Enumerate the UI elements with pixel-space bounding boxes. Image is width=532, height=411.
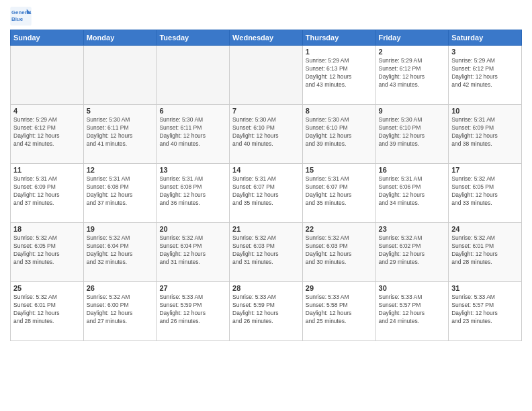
calendar: SundayMondayTuesdayWednesdayThursdayFrid… <box>10 30 522 341</box>
day-info: Sunrise: 5:30 AM Sunset: 6:10 PM Dayligh… <box>232 116 300 148</box>
day-info: Sunrise: 5:29 AM Sunset: 6:12 PM Dayligh… <box>13 116 81 148</box>
calendar-body: 1Sunrise: 5:29 AM Sunset: 6:13 PM Daylig… <box>11 46 522 341</box>
weekday-header-monday: Monday <box>83 30 157 46</box>
day-info: Sunrise: 5:29 AM Sunset: 6:12 PM Dayligh… <box>379 57 446 89</box>
day-info: Sunrise: 5:32 AM Sunset: 6:00 PM Dayligh… <box>87 293 154 326</box>
calendar-cell: 9Sunrise: 5:30 AM Sunset: 6:10 PM Daylig… <box>375 105 449 164</box>
calendar-cell: 5Sunrise: 5:30 AM Sunset: 6:11 PM Daylig… <box>83 105 157 164</box>
weekday-row: SundayMondayTuesdayWednesdayThursdayFrid… <box>11 30 522 46</box>
day-number: 31 <box>451 284 519 292</box>
day-info: Sunrise: 5:32 AM Sunset: 6:01 PM Dayligh… <box>451 234 519 267</box>
calendar-cell: 17Sunrise: 5:32 AM Sunset: 6:05 PM Dayli… <box>449 164 522 223</box>
day-info: Sunrise: 5:31 AM Sunset: 6:07 PM Dayligh… <box>306 175 373 208</box>
day-number: 15 <box>306 166 373 174</box>
day-info: Sunrise: 5:31 AM Sunset: 6:07 PM Dayligh… <box>232 175 300 208</box>
day-number: 4 <box>13 107 81 115</box>
week-row-2: 4Sunrise: 5:29 AM Sunset: 6:12 PM Daylig… <box>11 105 522 164</box>
calendar-cell: 1Sunrise: 5:29 AM Sunset: 6:13 PM Daylig… <box>302 46 375 105</box>
day-info: Sunrise: 5:29 AM Sunset: 6:12 PM Dayligh… <box>451 57 519 89</box>
calendar-cell <box>83 46 157 105</box>
day-info: Sunrise: 5:30 AM Sunset: 6:11 PM Dayligh… <box>159 116 226 148</box>
weekday-header-saturday: Saturday <box>449 30 522 46</box>
logo-icon: General Blue <box>10 7 32 26</box>
day-info: Sunrise: 5:32 AM Sunset: 6:03 PM Dayligh… <box>306 234 373 267</box>
day-info: Sunrise: 5:33 AM Sunset: 5:58 PM Dayligh… <box>306 293 373 326</box>
day-number: 23 <box>379 225 446 233</box>
day-number: 27 <box>159 284 226 292</box>
day-number: 1 <box>306 48 373 56</box>
calendar-cell: 20Sunrise: 5:32 AM Sunset: 6:04 PM Dayli… <box>157 223 230 282</box>
day-number: 28 <box>232 284 300 292</box>
calendar-cell: 8Sunrise: 5:30 AM Sunset: 6:10 PM Daylig… <box>302 105 375 164</box>
calendar-cell: 18Sunrise: 5:32 AM Sunset: 6:05 PM Dayli… <box>11 223 84 282</box>
day-info: Sunrise: 5:29 AM Sunset: 6:13 PM Dayligh… <box>306 57 373 89</box>
week-row-4: 18Sunrise: 5:32 AM Sunset: 6:05 PM Dayli… <box>11 223 522 282</box>
day-number: 22 <box>306 225 373 233</box>
day-number: 5 <box>87 107 154 115</box>
calendar-cell: 12Sunrise: 5:31 AM Sunset: 6:08 PM Dayli… <box>83 164 157 223</box>
day-number: 14 <box>232 166 300 174</box>
weekday-header-thursday: Thursday <box>302 30 375 46</box>
day-number: 7 <box>232 107 300 115</box>
header: General Blue <box>10 7 522 26</box>
weekday-header-friday: Friday <box>375 30 449 46</box>
calendar-cell: 30Sunrise: 5:33 AM Sunset: 5:57 PM Dayli… <box>375 282 449 341</box>
calendar-cell: 16Sunrise: 5:31 AM Sunset: 6:06 PM Dayli… <box>375 164 449 223</box>
day-info: Sunrise: 5:31 AM Sunset: 6:06 PM Dayligh… <box>379 175 446 208</box>
calendar-cell: 29Sunrise: 5:33 AM Sunset: 5:58 PM Dayli… <box>302 282 375 341</box>
weekday-header-sunday: Sunday <box>11 30 84 46</box>
calendar-cell: 2Sunrise: 5:29 AM Sunset: 6:12 PM Daylig… <box>375 46 449 105</box>
week-row-5: 25Sunrise: 5:32 AM Sunset: 6:01 PM Dayli… <box>11 282 522 341</box>
day-info: Sunrise: 5:33 AM Sunset: 5:59 PM Dayligh… <box>232 293 300 326</box>
day-info: Sunrise: 5:33 AM Sunset: 5:57 PM Dayligh… <box>451 293 519 326</box>
day-info: Sunrise: 5:32 AM Sunset: 6:04 PM Dayligh… <box>159 234 226 267</box>
day-info: Sunrise: 5:32 AM Sunset: 6:03 PM Dayligh… <box>232 234 300 267</box>
calendar-cell: 4Sunrise: 5:29 AM Sunset: 6:12 PM Daylig… <box>11 105 84 164</box>
day-number: 24 <box>451 225 519 233</box>
calendar-cell: 15Sunrise: 5:31 AM Sunset: 6:07 PM Dayli… <box>302 164 375 223</box>
day-info: Sunrise: 5:32 AM Sunset: 6:05 PM Dayligh… <box>451 175 519 208</box>
day-number: 3 <box>451 48 519 56</box>
day-number: 17 <box>451 166 519 174</box>
calendar-cell <box>230 46 303 105</box>
calendar-cell <box>11 46 84 105</box>
calendar-cell: 6Sunrise: 5:30 AM Sunset: 6:11 PM Daylig… <box>157 105 230 164</box>
day-number: 26 <box>87 284 154 292</box>
calendar-cell: 13Sunrise: 5:31 AM Sunset: 6:08 PM Dayli… <box>157 164 230 223</box>
calendar-header: SundayMondayTuesdayWednesdayThursdayFrid… <box>11 30 522 46</box>
page: General Blue SundayMondayTuesdayWednesda… <box>0 0 532 348</box>
day-info: Sunrise: 5:32 AM Sunset: 6:04 PM Dayligh… <box>87 234 154 267</box>
logo: General Blue <box>10 7 32 26</box>
calendar-cell: 10Sunrise: 5:31 AM Sunset: 6:09 PM Dayli… <box>449 105 522 164</box>
day-number: 12 <box>87 166 154 174</box>
week-row-3: 11Sunrise: 5:31 AM Sunset: 6:09 PM Dayli… <box>11 164 522 223</box>
weekday-header-tuesday: Tuesday <box>157 30 230 46</box>
calendar-cell: 7Sunrise: 5:30 AM Sunset: 6:10 PM Daylig… <box>230 105 303 164</box>
calendar-cell: 28Sunrise: 5:33 AM Sunset: 5:59 PM Dayli… <box>230 282 303 341</box>
day-number: 29 <box>306 284 373 292</box>
calendar-cell: 24Sunrise: 5:32 AM Sunset: 6:01 PM Dayli… <box>449 223 522 282</box>
calendar-cell: 11Sunrise: 5:31 AM Sunset: 6:09 PM Dayli… <box>11 164 84 223</box>
calendar-cell: 22Sunrise: 5:32 AM Sunset: 6:03 PM Dayli… <box>302 223 375 282</box>
calendar-cell: 3Sunrise: 5:29 AM Sunset: 6:12 PM Daylig… <box>449 46 522 105</box>
calendar-cell: 14Sunrise: 5:31 AM Sunset: 6:07 PM Dayli… <box>230 164 303 223</box>
day-number: 21 <box>232 225 300 233</box>
day-info: Sunrise: 5:33 AM Sunset: 5:57 PM Dayligh… <box>379 293 446 326</box>
calendar-cell: 27Sunrise: 5:33 AM Sunset: 5:59 PM Dayli… <box>157 282 230 341</box>
day-info: Sunrise: 5:30 AM Sunset: 6:10 PM Dayligh… <box>306 116 373 148</box>
day-info: Sunrise: 5:33 AM Sunset: 5:59 PM Dayligh… <box>159 293 226 326</box>
day-number: 8 <box>306 107 373 115</box>
calendar-cell: 31Sunrise: 5:33 AM Sunset: 5:57 PM Dayli… <box>449 282 522 341</box>
day-number: 20 <box>159 225 226 233</box>
day-info: Sunrise: 5:31 AM Sunset: 6:09 PM Dayligh… <box>451 116 519 148</box>
day-number: 10 <box>451 107 519 115</box>
day-number: 19 <box>87 225 154 233</box>
day-number: 25 <box>13 284 81 292</box>
day-number: 16 <box>379 166 446 174</box>
day-info: Sunrise: 5:31 AM Sunset: 6:08 PM Dayligh… <box>159 175 226 208</box>
day-info: Sunrise: 5:30 AM Sunset: 6:10 PM Dayligh… <box>379 116 446 148</box>
day-info: Sunrise: 5:30 AM Sunset: 6:11 PM Dayligh… <box>87 116 154 148</box>
day-info: Sunrise: 5:31 AM Sunset: 6:08 PM Dayligh… <box>87 175 154 208</box>
day-number: 18 <box>13 225 81 233</box>
day-number: 6 <box>159 107 226 115</box>
